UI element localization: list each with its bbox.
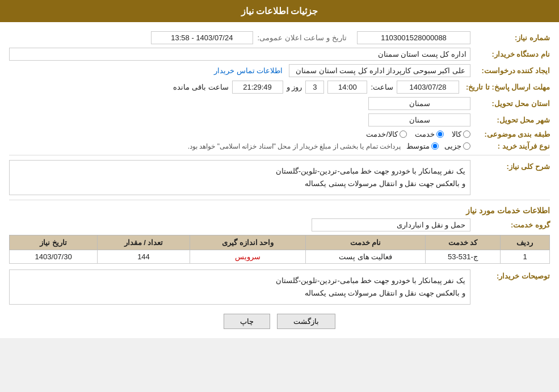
back-button[interactable]: بازگشت bbox=[277, 314, 335, 329]
col-tarikh: تاریخ نیاز bbox=[10, 235, 98, 250]
radio-mootasset-label: متوسط bbox=[406, 142, 430, 150]
mohlat-baghimande-box: 21:29:49 bbox=[232, 81, 283, 94]
cell-vahed: سرویس bbox=[190, 250, 306, 264]
col-kod: کد خدمت bbox=[425, 235, 500, 250]
ostan-box: سمنان bbox=[368, 97, 470, 110]
tabaqe-val: کالا خدمت کالا/خدمت bbox=[9, 130, 470, 138]
mohlat-saat-label: ساعت: bbox=[371, 83, 393, 91]
tarikh-box: 1403/07/24 - 13:58 bbox=[151, 31, 253, 44]
table-row: 1 ج-531-53 فعالیت های پست سرویس 144 1403… bbox=[10, 250, 550, 264]
ostan-val: سمنان bbox=[9, 97, 470, 110]
groheKhedmat-label: گروه خدمت: bbox=[470, 221, 550, 229]
service-table: ردیف کد خدمت نام خدمت واحد اندازه گیری ت… bbox=[9, 235, 550, 264]
radio-khedmat: خدمت bbox=[415, 130, 444, 138]
page-title: جزئیات اطلاعات نیاز bbox=[241, 6, 318, 16]
service-table-body: 1 ج-531-53 فعالیت های پست سرویس 144 1403… bbox=[10, 250, 550, 264]
mohlat-rooz-label: روز و bbox=[287, 83, 302, 91]
radio-kalaKhedmat-label: کالا/خدمت bbox=[366, 130, 398, 138]
radio-khedmat-label: خدمت bbox=[415, 130, 435, 138]
print-button[interactable]: چاپ bbox=[224, 314, 270, 329]
col-vahed: واحد اندازه گیری bbox=[190, 235, 306, 250]
cell-tarikh: 1403/07/30 bbox=[10, 250, 98, 264]
tabaqe-radio-group: کالا خدمت کالا/خدمت bbox=[9, 130, 470, 138]
radio-jozvi-input[interactable] bbox=[463, 142, 470, 150]
sharh-val: یک نفر پیمانکار با خودرو جهت خط مبامی-تر… bbox=[9, 160, 470, 195]
namDastgah-label: نام دستگاه خریدار: bbox=[470, 50, 550, 58]
row-shahr: شهر محل تحویل: سمنان bbox=[9, 113, 550, 127]
col-radif: ردیف bbox=[500, 235, 549, 250]
toseeh-val: یک نفر پیمانکار با خودرو جهت خط مبامی-تر… bbox=[9, 269, 470, 305]
divider-2 bbox=[9, 200, 550, 200]
row-mohlat: مهلت ارسال پاسخ: تا تاریخ: 1403/07/28 سا… bbox=[9, 81, 550, 94]
noeFarayand-label: نوع فرآیند خرید : bbox=[470, 142, 550, 150]
cell-radif: 1 bbox=[500, 250, 549, 264]
ijadKonande-box: علی اکبر سبوحی کارپرداز اداره کل پست است… bbox=[289, 64, 470, 77]
tarikh-label: تاریخ و ساعت اعلان عمومی: bbox=[257, 33, 346, 42]
ostan-label: استان محل تحویل: bbox=[470, 99, 550, 108]
radio-kalaKhedmat: کالا/خدمت bbox=[366, 130, 407, 138]
shahr-label: شهر محل تحویل: bbox=[470, 116, 550, 124]
row-tabaqe: طبقه بندی موضوعی: کالا خدمت کالا/خدمت bbox=[9, 130, 550, 138]
header-row: ردیف کد خدمت نام خدمت واحد اندازه گیری ت… bbox=[10, 235, 550, 250]
shomareNiaz-label: شماره نیاز: bbox=[470, 33, 550, 42]
radio-kala-label: کالا bbox=[452, 130, 461, 138]
col-nam: نام خدمت bbox=[306, 235, 425, 250]
row-groheKhedmat: گروه خدمت: حمل و نقل و انبارداری bbox=[9, 218, 550, 231]
groheKhedmat-box: حمل و نقل و انبارداری bbox=[312, 218, 470, 231]
divider-1 bbox=[9, 155, 550, 155]
sharh-box: یک نفر پیمانکار با خودرو جهت خط مبامی-تر… bbox=[9, 160, 470, 195]
toseeh-text: یک نفر پیمانکار با خودرو جهت خط مبامی-تر… bbox=[276, 276, 465, 297]
noeFarayand-val: جزیی متوسط پرداخت تمام یا بخشی از مبلغ خ… bbox=[9, 142, 470, 150]
toseeh-label: توصیحات خریدار: bbox=[470, 269, 550, 280]
namDastgah-box: اداره کل پست استان سمنان bbox=[9, 48, 470, 61]
row-namDastgah: نام دستگاه خریدار: اداره کل پست استان سم… bbox=[9, 48, 550, 61]
radio-kala: کالا bbox=[452, 130, 470, 138]
col-tedad: تعداد / مقدار bbox=[98, 235, 190, 250]
row-noeFarayand: نوع فرآیند خرید : جزیی متوسط پرداخت تمام… bbox=[9, 142, 550, 150]
row-shomareNiaz: شماره نیاز: 1103001528000088 تاریخ و ساع… bbox=[9, 31, 550, 44]
row-toseeh: توصیحات خریدار: یک نفر پیمانکار با خودرو… bbox=[9, 269, 550, 305]
ijadKonande-label: ایجاد کننده درخواست: bbox=[470, 66, 550, 75]
radio-jozvi-label: جزیی bbox=[444, 142, 461, 150]
groheKhedmat-val: حمل و نقل و انبارداری bbox=[9, 218, 470, 231]
row-sharh: شرح کلی نیاز: یک نفر پیمانکار با خودرو ج… bbox=[9, 160, 550, 195]
page-header: جزئیات اطلاعات نیاز bbox=[0, 0, 559, 22]
noeFarayand-note: پرداخت تمام یا بخشی از مبلغ خریدار از مح… bbox=[188, 142, 401, 150]
mohlat-val: 1403/07/28 ساعت: 14:00 3 روز و 21:29:49 … bbox=[9, 81, 459, 94]
etelaat-khadamat-title: اطلاعات خدمات مورد نیاز bbox=[9, 206, 550, 215]
shomareNiaz-box: 1103001528000088 bbox=[357, 31, 470, 44]
row-ostan: استان محل تحویل: سمنان bbox=[9, 97, 550, 110]
button-group: بازگشت چاپ bbox=[9, 314, 550, 329]
cell-nam: فعالیت های پست bbox=[306, 250, 425, 264]
radio-kalaKhedmat-input[interactable] bbox=[400, 130, 407, 138]
content-area: شماره نیاز: 1103001528000088 تاریخ و ساع… bbox=[0, 22, 559, 338]
toseeh-box: یک نفر پیمانکار با خودرو جهت خط مبامی-تر… bbox=[9, 269, 470, 305]
shahr-box: سمنان bbox=[368, 113, 470, 127]
mohlat-saat-box: 14:00 bbox=[327, 81, 367, 94]
page-wrapper: جزئیات اطلاعات نیاز شماره نیاز: 11030015… bbox=[0, 0, 559, 338]
radio-jozvi: جزیی bbox=[444, 142, 470, 150]
ijadKonande-value: علی اکبر سبوحی کارپرداز اداره کل پست است… bbox=[9, 64, 470, 77]
cell-kod: ج-531-53 bbox=[425, 250, 500, 264]
row-ijadKonande: ایجاد کننده درخواست: علی اکبر سبوحی کارپ… bbox=[9, 64, 550, 77]
sharh-text: یک نفر پیمانکار با خودرو جهت خط مبامی-تر… bbox=[276, 167, 465, 188]
mohlat-baghimande-label: ساعت باقی مانده bbox=[173, 83, 228, 91]
radio-kala-input[interactable] bbox=[463, 130, 470, 138]
namDastgah-value: اداره کل پست استان سمنان bbox=[9, 48, 470, 61]
cell-tedad: 144 bbox=[98, 250, 190, 264]
shomareNiaz-value: 1103001528000088 تاریخ و ساعت اعلان عموم… bbox=[9, 31, 470, 44]
tabaqe-label: طبقه بندی موضوعی: bbox=[470, 130, 550, 138]
mohlat-rooz: 3 bbox=[305, 81, 324, 94]
radio-khedmat-input[interactable] bbox=[436, 130, 444, 138]
sharh-label: شرح کلی نیاز: bbox=[470, 160, 550, 171]
mohlat-date-box: 1403/07/28 bbox=[397, 81, 459, 94]
etelaat-link[interactable]: اطلاعات تماس خریدار bbox=[214, 66, 283, 75]
mohlat-label: مهلت ارسال پاسخ: تا تاریخ: bbox=[459, 83, 550, 91]
radio-mootasset: متوسط bbox=[406, 142, 439, 150]
service-table-header: ردیف کد خدمت نام خدمت واحد اندازه گیری ت… bbox=[10, 235, 550, 250]
shahr-val: سمنان bbox=[9, 113, 470, 127]
radio-mootasset-input[interactable] bbox=[431, 142, 439, 150]
